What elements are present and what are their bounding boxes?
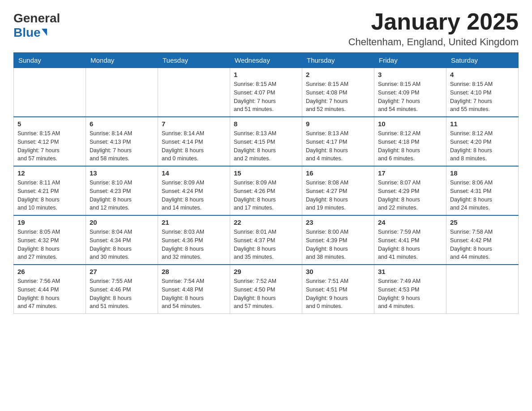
day-info: Sunrise: 7:59 AMSunset: 4:41 PMDaylight:…: [378, 228, 442, 261]
calendar-cell: 21Sunrise: 8:03 AMSunset: 4:36 PMDayligh…: [158, 215, 230, 265]
day-number: 1: [234, 71, 298, 78]
calendar-cell: 30Sunrise: 7:51 AMSunset: 4:51 PMDayligh…: [302, 265, 374, 314]
logo-general-text: General: [13, 11, 60, 26]
day-number: 13: [90, 169, 154, 177]
week-row-2: 5Sunrise: 8:15 AMSunset: 4:12 PMDaylight…: [14, 117, 519, 166]
day-info: Sunrise: 8:07 AMSunset: 4:29 PMDaylight:…: [378, 179, 442, 212]
calendar-table: SundayMondayTuesdayWednesdayThursdayFrid…: [13, 52, 519, 314]
day-info: Sunrise: 8:01 AMSunset: 4:37 PMDaylight:…: [234, 228, 298, 261]
day-info: Sunrise: 7:54 AMSunset: 4:48 PMDaylight:…: [162, 277, 226, 311]
day-number: 10: [378, 120, 442, 128]
calendar-cell: 26Sunrise: 7:56 AMSunset: 4:44 PMDayligh…: [14, 265, 86, 314]
calendar-cell: 5Sunrise: 8:15 AMSunset: 4:12 PMDaylight…: [14, 117, 86, 166]
calendar-cell: 6Sunrise: 8:14 AMSunset: 4:13 PMDaylight…: [86, 117, 158, 166]
day-info: Sunrise: 8:14 AMSunset: 4:14 PMDaylight:…: [162, 129, 226, 163]
day-number: 14: [162, 169, 226, 177]
day-info: Sunrise: 8:15 AMSunset: 4:07 PMDaylight:…: [234, 80, 298, 114]
day-info: Sunrise: 8:03 AMSunset: 4:36 PMDaylight:…: [162, 228, 226, 261]
calendar-cell: 28Sunrise: 7:54 AMSunset: 4:48 PMDayligh…: [158, 265, 230, 314]
calendar-cell: 27Sunrise: 7:55 AMSunset: 4:46 PMDayligh…: [86, 265, 158, 314]
calendar-cell: [158, 68, 230, 117]
logo-triangle-icon: [42, 29, 47, 36]
day-info: Sunrise: 7:52 AMSunset: 4:50 PMDaylight:…: [234, 277, 298, 311]
header-monday: Monday: [86, 53, 158, 68]
day-info: Sunrise: 8:10 AMSunset: 4:23 PMDaylight:…: [90, 179, 154, 212]
calendar-cell: 23Sunrise: 8:00 AMSunset: 4:39 PMDayligh…: [302, 215, 374, 265]
calendar-cell: 29Sunrise: 7:52 AMSunset: 4:50 PMDayligh…: [230, 265, 302, 314]
calendar-cell: 22Sunrise: 8:01 AMSunset: 4:37 PMDayligh…: [230, 215, 302, 265]
day-info: Sunrise: 8:09 AMSunset: 4:24 PMDaylight:…: [162, 179, 226, 212]
day-info: Sunrise: 7:51 AMSunset: 4:51 PMDaylight:…: [306, 277, 370, 311]
header-wednesday: Wednesday: [230, 53, 302, 68]
calendar-cell: 15Sunrise: 8:09 AMSunset: 4:26 PMDayligh…: [230, 166, 302, 215]
week-row-4: 19Sunrise: 8:05 AMSunset: 4:32 PMDayligh…: [14, 215, 519, 265]
calendar-cell: 13Sunrise: 8:10 AMSunset: 4:23 PMDayligh…: [86, 166, 158, 215]
day-number: 17: [378, 169, 442, 177]
day-number: 19: [17, 218, 82, 226]
day-number: 28: [162, 268, 226, 275]
day-number: 18: [450, 169, 515, 177]
calendar-cell: 8Sunrise: 8:13 AMSunset: 4:15 PMDaylight…: [230, 117, 302, 166]
calendar-cell: 18Sunrise: 8:06 AMSunset: 4:31 PMDayligh…: [446, 166, 519, 215]
calendar-cell: 7Sunrise: 8:14 AMSunset: 4:14 PMDaylight…: [158, 117, 230, 166]
logo-blue-text: Blue: [13, 26, 47, 40]
day-number: 25: [450, 218, 515, 226]
header-thursday: Thursday: [302, 53, 374, 68]
day-info: Sunrise: 8:00 AMSunset: 4:39 PMDaylight:…: [306, 228, 370, 261]
calendar-header-row: SundayMondayTuesdayWednesdayThursdayFrid…: [14, 53, 519, 68]
calendar-cell: 1Sunrise: 8:15 AMSunset: 4:07 PMDaylight…: [230, 68, 302, 117]
calendar-cell: [86, 68, 158, 117]
calendar-cell: 17Sunrise: 8:07 AMSunset: 4:29 PMDayligh…: [374, 166, 446, 215]
calendar-cell: 25Sunrise: 7:58 AMSunset: 4:42 PMDayligh…: [446, 215, 519, 265]
calendar-cell: 14Sunrise: 8:09 AMSunset: 4:24 PMDayligh…: [158, 166, 230, 215]
week-row-1: 1Sunrise: 8:15 AMSunset: 4:07 PMDaylight…: [14, 68, 519, 117]
day-info: Sunrise: 7:56 AMSunset: 4:44 PMDaylight:…: [17, 277, 82, 311]
header-tuesday: Tuesday: [158, 53, 230, 68]
calendar-cell: 20Sunrise: 8:04 AMSunset: 4:34 PMDayligh…: [86, 215, 158, 265]
day-number: 21: [162, 218, 226, 226]
calendar-cell: 16Sunrise: 8:08 AMSunset: 4:27 PMDayligh…: [302, 166, 374, 215]
day-info: Sunrise: 8:15 AMSunset: 4:09 PMDaylight:…: [378, 80, 442, 114]
calendar-cell: [14, 68, 86, 117]
calendar-cell: 9Sunrise: 8:13 AMSunset: 4:17 PMDaylight…: [302, 117, 374, 166]
day-number: 26: [17, 268, 82, 275]
day-number: 6: [90, 120, 154, 128]
day-number: 29: [234, 268, 298, 275]
day-number: 22: [234, 218, 298, 226]
calendar-cell: 31Sunrise: 7:49 AMSunset: 4:53 PMDayligh…: [374, 265, 446, 314]
calendar-cell: 3Sunrise: 8:15 AMSunset: 4:09 PMDaylight…: [374, 68, 446, 117]
day-number: 31: [378, 268, 442, 275]
day-info: Sunrise: 8:09 AMSunset: 4:26 PMDaylight:…: [234, 179, 298, 212]
day-info: Sunrise: 8:04 AMSunset: 4:34 PMDaylight:…: [90, 228, 154, 261]
calendar-cell: 19Sunrise: 8:05 AMSunset: 4:32 PMDayligh…: [14, 215, 86, 265]
logo: General Blue: [13, 9, 60, 40]
header: General Blue January 2025 Cheltenham, En…: [13, 9, 519, 48]
header-saturday: Saturday: [446, 53, 519, 68]
day-info: Sunrise: 8:11 AMSunset: 4:21 PMDaylight:…: [17, 179, 82, 212]
week-row-5: 26Sunrise: 7:56 AMSunset: 4:44 PMDayligh…: [14, 265, 519, 314]
day-number: 12: [17, 169, 82, 177]
calendar-cell: 11Sunrise: 8:12 AMSunset: 4:20 PMDayligh…: [446, 117, 519, 166]
day-info: Sunrise: 8:15 AMSunset: 4:10 PMDaylight:…: [450, 80, 515, 114]
calendar-cell: 2Sunrise: 8:15 AMSunset: 4:08 PMDaylight…: [302, 68, 374, 117]
day-number: 5: [17, 120, 82, 128]
day-info: Sunrise: 8:08 AMSunset: 4:27 PMDaylight:…: [306, 179, 370, 212]
day-number: 4: [450, 71, 515, 78]
day-info: Sunrise: 8:14 AMSunset: 4:13 PMDaylight:…: [90, 129, 154, 163]
day-number: 16: [306, 169, 370, 177]
calendar-cell: 12Sunrise: 8:11 AMSunset: 4:21 PMDayligh…: [14, 166, 86, 215]
calendar-cell: 4Sunrise: 8:15 AMSunset: 4:10 PMDaylight…: [446, 68, 519, 117]
day-number: 30: [306, 268, 370, 275]
day-number: 2: [306, 71, 370, 78]
day-number: 11: [450, 120, 515, 128]
day-number: 9: [306, 120, 370, 128]
day-info: Sunrise: 7:49 AMSunset: 4:53 PMDaylight:…: [378, 277, 442, 311]
week-row-3: 12Sunrise: 8:11 AMSunset: 4:21 PMDayligh…: [14, 166, 519, 215]
day-number: 20: [90, 218, 154, 226]
day-info: Sunrise: 8:12 AMSunset: 4:18 PMDaylight:…: [378, 129, 442, 163]
day-info: Sunrise: 7:58 AMSunset: 4:42 PMDaylight:…: [450, 228, 515, 261]
day-number: 3: [378, 71, 442, 78]
calendar-cell: 24Sunrise: 7:59 AMSunset: 4:41 PMDayligh…: [374, 215, 446, 265]
day-number: 24: [378, 218, 442, 226]
month-title: January 2025: [348, 9, 519, 34]
